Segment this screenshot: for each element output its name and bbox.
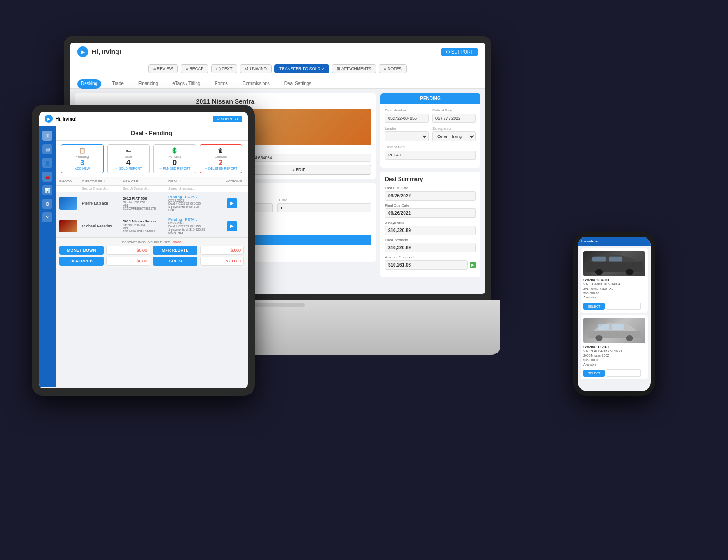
deleted-report-link[interactable]: → DELETED REPORT (203, 167, 239, 170)
table-header: PHOTO CUSTOMER ↑ VEHICLE ↑ DEAL ↑ ACTION… (56, 177, 248, 186)
tablet-content: ⊞ ▤ 👤 🚗 📊 ⚙ ? Deal - Pending (39, 126, 248, 387)
sports-car-svg (583, 318, 645, 343)
suv-svg (583, 251, 645, 276)
phone-card2-divider (607, 369, 641, 377)
table-row: Pierre Laplace 2012 FIAT 500 Stock#: 381… (56, 192, 248, 215)
sidebar-car-icon[interactable]: 🚗 (42, 172, 52, 182)
phone-card2-price: $35,000.00 (583, 358, 645, 363)
sold-report-link[interactable]: → SOLD REPORT (111, 167, 147, 170)
money-down-button[interactable]: MONEY DOWN (59, 246, 104, 255)
sidebar-home-icon[interactable]: ⊞ (42, 131, 52, 141)
pending-icon: 📋 (64, 147, 101, 154)
term-input[interactable] (277, 203, 371, 212)
tab-deal-settings[interactable]: Deal Settings (281, 79, 315, 89)
support-button[interactable]: ⚙ SUPPORT (441, 48, 478, 56)
deal-summary-panel: Deal Summary First Due Date 06/26/2022 F… (380, 172, 480, 277)
tab-trade[interactable]: Trade (108, 79, 127, 89)
svg-rect-12 (612, 324, 623, 330)
th-customer: CUSTOMER ↑ (82, 179, 123, 183)
svg-point-14 (626, 335, 633, 341)
row1-photo (59, 197, 82, 210)
sidebar-help-icon[interactable]: ? (42, 212, 52, 222)
add-new-link[interactable]: ADD NEW (64, 167, 101, 170)
transfer-to-sold-button[interactable]: TRANSFER TO SOLD > (274, 64, 329, 73)
final-payment-value: $10,320.89 (385, 243, 476, 252)
unwind-button[interactable]: ↺ UNWIND (240, 64, 272, 73)
tab-commissions[interactable]: Commissions (239, 79, 273, 89)
deleted-label: Deleted (203, 155, 239, 159)
phone-card2-stock: Stock#: T12371 (583, 345, 645, 349)
amount-financed-row: Amount Financed $10,261.03 ▶ (385, 255, 476, 270)
salesperson-select[interactable]: Ceron , Irving (432, 131, 476, 141)
phone-content: Stock#: 234081 VIN: 1G4363E0E6304084 201… (578, 246, 651, 385)
phone-card-2: Stock#: T12371 VIN: 2FAFP42X5Y5173771 20… (581, 315, 648, 379)
stat-deleted[interactable]: 🗑 Deleted 2 → DELETED REPORT (200, 144, 243, 173)
deal-number-label: Deal Number (385, 108, 429, 112)
tab-forms[interactable]: Forms (211, 79, 231, 89)
text-button[interactable]: ◯ TEXT (211, 64, 237, 73)
stat-sold[interactable]: 🏷 Sold 4 → SOLD REPORT (107, 144, 150, 173)
phone-card2-desc: 2005 Nissan 350Z (583, 353, 645, 358)
expand-icon[interactable]: ▶ (470, 262, 476, 268)
th-vehicle: VEHICLE ↑ (123, 179, 168, 183)
phone-card1-status: Available (583, 295, 645, 300)
sidebar-deals-icon[interactable]: ▤ (42, 144, 52, 154)
recap-button[interactable]: ≡ RECAP (181, 64, 208, 73)
th-deal: DEAL ↑ (168, 179, 226, 183)
customer-search[interactable]: Search 3 records... (82, 187, 123, 190)
deal-number-field: Deal Number (385, 108, 429, 123)
right-panel: PENDING Deal Number Date of Sale (380, 93, 480, 281)
row1-actions: ▶ (223, 198, 241, 208)
th-actions: ACTIONS (226, 179, 244, 183)
amount-financed-label: Amount Financed (385, 255, 476, 259)
phone-card2-select-btn[interactable]: SELECT (583, 370, 605, 377)
phone-screen: Inventory Stock#: 2 (578, 237, 651, 391)
sidebar-settings-icon[interactable]: ⚙ (42, 199, 52, 209)
final-payment-row: Final Payment $10,320.89 (385, 238, 476, 252)
tablet-sidebar: ⊞ ▤ 👤 🚗 📊 ⚙ ? (39, 126, 56, 387)
stat-pending[interactable]: 📋 Pending 3 ADD NEW (61, 144, 104, 173)
tablet-greeting: Hi, Irving! (56, 116, 76, 121)
row1-action-btn[interactable]: ▶ (227, 198, 237, 208)
app-title-group: ▶ Hi, Irving! (77, 46, 121, 57)
attachments-button[interactable]: ⊞ ATTACHMENTS (332, 64, 376, 73)
phone-card1-select-btn[interactable]: SELECT (583, 303, 605, 310)
tablet-header-left: ▶ Hi, Irving! (45, 115, 76, 123)
stat-funded[interactable]: 💲 Funded 0 → FUNDED REPORT (153, 144, 196, 173)
svg-rect-5 (586, 262, 643, 272)
lender-field: Lender (385, 126, 429, 141)
tab-financing[interactable]: Financing (135, 79, 162, 89)
first-due-date-value: 06/26/2022 (385, 191, 476, 201)
deal-search[interactable]: Search 3 records... (168, 187, 226, 190)
sidebar-chart-icon[interactable]: 📊 (42, 185, 52, 195)
funded-report-link[interactable]: → FUNDED REPORT (157, 167, 193, 170)
vehicle-search[interactable]: Search 3 records... (123, 187, 168, 190)
lender-salesperson-row: Lender Salesperson Ceron , Irving (385, 126, 476, 141)
deal-number-input[interactable] (385, 114, 429, 123)
tablet-support-button[interactable]: ⚙ SUPPORT (213, 116, 242, 122)
svg-rect-11 (598, 324, 609, 330)
lender-select[interactable] (385, 131, 429, 141)
deferred-button[interactable]: DEFERRED (59, 257, 104, 266)
row2-deal: Pending - RETAIL 05/27/2022 Deal # 05272… (168, 217, 223, 234)
deal-info-section: PENDING Deal Number Date of Sale (380, 93, 480, 168)
th-photo: PHOTO (59, 179, 82, 183)
tab-desking[interactable]: Desking (77, 79, 101, 89)
date-of-sale-input[interactable] (432, 114, 476, 123)
sidebar-person-icon[interactable]: 👤 (42, 158, 52, 168)
sold-label: Sold (111, 155, 147, 159)
row2-action-btn[interactable]: ▶ (227, 221, 237, 231)
final-due-date-value: 06/26/2022 (385, 208, 476, 218)
mfr-rebate-button[interactable]: MFR REBATE (153, 246, 197, 255)
phone-card1-desc: 2014 GMC Yukon XL (583, 287, 645, 291)
phone-car-2-image (583, 318, 645, 343)
funded-label: Funded (157, 155, 193, 159)
notes-button[interactable]: ≡ NOTES (379, 64, 407, 73)
taxes-button[interactable]: TAXES (153, 257, 197, 266)
type-of-deal-label: Type of Deal (385, 145, 476, 149)
tab-etags[interactable]: eTags / Titling (169, 79, 204, 89)
deal-status-badge: PENDING (380, 93, 480, 104)
svg-point-8 (595, 269, 603, 275)
review-button[interactable]: ≡ REVIEW (148, 64, 178, 73)
type-of-deal-input[interactable] (385, 151, 476, 160)
